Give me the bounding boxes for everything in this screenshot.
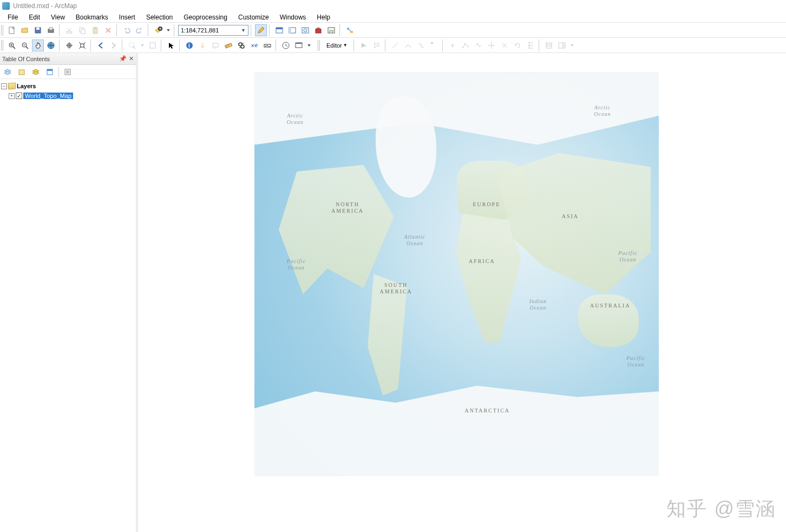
svg-text:A: A (377, 42, 379, 45)
list-by-selection-button[interactable] (44, 67, 55, 77)
separator-icon (442, 40, 444, 51)
full-extent-button[interactable] (45, 40, 57, 51)
measure-button[interactable] (222, 40, 234, 51)
list-by-visibility-button[interactable] (30, 67, 41, 77)
open-button[interactable] (19, 24, 31, 36)
time-slider-button[interactable] (280, 40, 292, 51)
arctoolbox-button[interactable] (312, 24, 324, 36)
add-data-dropdown[interactable] (165, 24, 172, 36)
create-viewer-button[interactable] (293, 40, 305, 51)
separator-icon (353, 40, 356, 51)
expand-icon[interactable]: + (9, 93, 15, 99)
edit-tool-button (358, 40, 370, 51)
separator-icon (59, 40, 61, 51)
menu-view[interactable]: View (45, 12, 70, 22)
menu-help[interactable]: Help (311, 12, 336, 22)
menu-geoprocessing[interactable]: Geoprocessing (178, 12, 233, 22)
model-builder-button[interactable] (344, 24, 356, 36)
map-canvas[interactable]: ArcticOcean ArcticOcean PacificOcean Pac… (254, 72, 659, 476)
python-window-button[interactable]: py (325, 24, 337, 36)
separator-icon (122, 40, 124, 51)
tools-toolbar: i XY Editor▼ A (0, 38, 786, 53)
select-elements-button[interactable] (165, 40, 177, 51)
svg-rect-54 (47, 69, 53, 71)
svg-rect-49 (546, 43, 552, 48)
label-as: ASIA (562, 213, 579, 220)
options-button[interactable] (62, 67, 73, 77)
menu-bookmarks[interactable]: Bookmarks (70, 12, 114, 22)
list-by-source-button[interactable] (16, 67, 27, 77)
undo-button[interactable] (121, 24, 133, 36)
toc-title: Table Of Contents (2, 56, 50, 62)
menu-file[interactable]: File (2, 12, 23, 22)
collapse-icon[interactable]: − (1, 83, 7, 89)
menu-bar: File Edit View Bookmarks Insert Selectio… (0, 12, 786, 23)
land-as (497, 153, 651, 294)
menu-windows[interactable]: Windows (274, 12, 312, 22)
fixed-zoom-out-button[interactable] (76, 40, 88, 51)
menu-edit[interactable]: Edit (23, 12, 45, 22)
back-extent-button[interactable] (95, 40, 107, 51)
ice-greenland (376, 96, 436, 198)
label-ant: ANTARCTICA (464, 408, 510, 414)
menu-customize[interactable]: Customize (233, 12, 274, 22)
svg-point-39 (268, 46, 270, 47)
identify-button[interactable]: i (184, 40, 195, 51)
map-view[interactable]: ArcticOcean ArcticOcean PacificOcean Pac… (138, 53, 786, 532)
attributes-button (525, 40, 536, 51)
toolbar-grip-icon[interactable] (1, 25, 4, 36)
menu-insert[interactable]: Insert (114, 12, 141, 22)
delete-button (102, 24, 114, 36)
edit-vertices-button (460, 40, 471, 51)
toolbar-grip-icon[interactable] (1, 40, 4, 51)
cut-polygons-button (486, 40, 497, 51)
svg-rect-4 (49, 28, 53, 30)
search-window-button[interactable] (299, 24, 311, 36)
paste-button (89, 24, 101, 36)
toc-window-button[interactable] (273, 24, 285, 36)
label-pacific-br: PacificOcean (626, 355, 645, 368)
arc-segment-button (402, 40, 414, 51)
layer-checkbox[interactable]: ✓ (16, 93, 22, 99)
select-dropdown[interactable] (139, 40, 146, 51)
svg-rect-15 (289, 28, 291, 33)
toc-tree: − Layers + ✓ World_Topo_Map (0, 79, 136, 103)
map-scale-combo[interactable]: 1:184,721,881 ▼ (178, 25, 248, 36)
layer-name-selected: World_Topo_Map (23, 93, 73, 99)
close-icon[interactable]: ✕ (129, 55, 134, 62)
separator-icon (339, 24, 342, 36)
zoom-in-button[interactable] (6, 40, 18, 51)
label-sa: SOUTHAMERICA (380, 282, 412, 295)
standard-toolbar: 1:184,721,881 ▼ py (0, 23, 786, 38)
scale-value: 1:184,721,881 (181, 27, 219, 34)
svg-rect-7 (80, 28, 83, 32)
straight-segment-button (389, 40, 401, 51)
tree-layer-item[interactable]: + ✓ World_Topo_Map (1, 91, 135, 101)
right-angle-button (428, 40, 440, 51)
go-to-xy-button[interactable] (261, 40, 273, 51)
watermark: 知乎 @雪涵 (666, 496, 776, 522)
menu-selection[interactable]: Selection (141, 12, 178, 22)
select-features-button[interactable] (126, 40, 138, 51)
zoom-out-button[interactable] (19, 40, 31, 51)
redo-button[interactable] (134, 24, 146, 36)
separator-icon (269, 24, 271, 36)
toolbar-grip-icon[interactable] (318, 40, 320, 51)
catalog-window-button[interactable] (286, 24, 298, 36)
pan-button[interactable] (32, 40, 44, 51)
editor-toolbar-button[interactable] (255, 24, 267, 36)
land-af (449, 213, 521, 343)
save-button[interactable] (32, 24, 44, 36)
list-by-drawing-button[interactable] (2, 67, 13, 77)
fixed-zoom-in-button[interactable] (63, 40, 75, 51)
new-button[interactable] (6, 24, 18, 36)
viewer-dropdown[interactable] (306, 40, 312, 51)
add-data-button[interactable] (152, 24, 164, 36)
print-button[interactable] (45, 24, 57, 36)
pin-icon[interactable]: 📌 (119, 55, 127, 62)
svg-rect-2 (36, 28, 40, 30)
find-button[interactable] (235, 40, 247, 51)
tree-root[interactable]: − Layers (1, 81, 135, 91)
find-route-button[interactable]: XY (248, 40, 260, 51)
editor-menu[interactable]: Editor▼ (323, 40, 351, 51)
